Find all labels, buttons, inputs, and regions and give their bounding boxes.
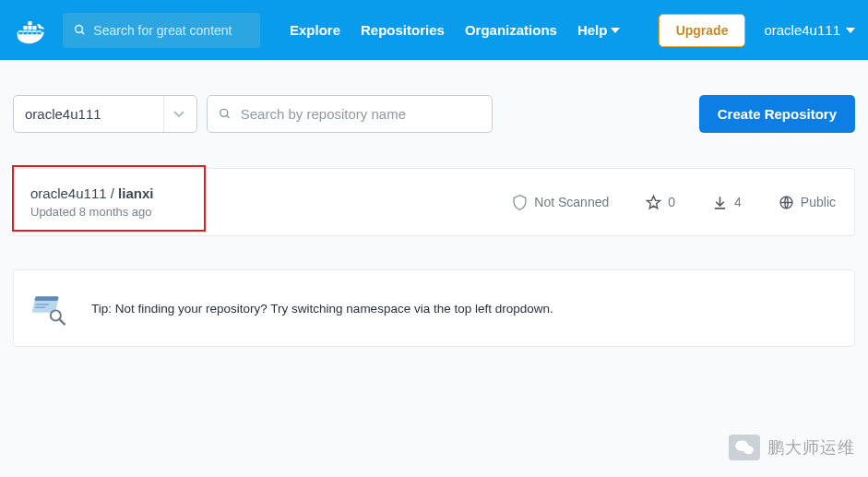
docker-logo[interactable] xyxy=(13,12,55,49)
nav-organizations[interactable]: Organizations xyxy=(465,22,557,38)
repo-owner: oracle4u111 xyxy=(30,185,107,201)
namespace-dropdown[interactable]: oracle4u111 xyxy=(13,95,197,133)
svg-rect-7 xyxy=(36,304,50,305)
globe-icon xyxy=(779,195,794,210)
global-search[interactable] xyxy=(63,13,260,48)
svg-point-2 xyxy=(220,109,228,116)
svg-point-0 xyxy=(76,26,83,33)
stat-downloads: 4 xyxy=(712,195,742,210)
repo-sep: / xyxy=(107,185,119,201)
tip-text: Tip: Not finding your repository? Try sw… xyxy=(91,302,553,316)
chevron-down-icon xyxy=(163,96,193,132)
repo-title: oracle4u111 / lianxi xyxy=(30,185,153,201)
stat-stars: 0 xyxy=(646,195,675,210)
repo-info: oracle4u111 / lianxi Updated 8 months ag… xyxy=(30,185,153,219)
upgrade-button[interactable]: Upgrade xyxy=(659,14,746,47)
repo-stats: Not Scanned 0 4 Public xyxy=(512,194,836,211)
page-content: oracle4u111 Create Repository oracle4u11… xyxy=(0,60,868,347)
stat-visibility: Public xyxy=(779,195,836,210)
repo-list-item[interactable]: oracle4u111 / lianxi Updated 8 months ag… xyxy=(13,168,855,236)
nav-explore[interactable]: Explore xyxy=(290,22,340,38)
shield-icon xyxy=(512,194,528,211)
controls-row: oracle4u111 Create Repository xyxy=(13,95,855,133)
user-menu[interactable]: oracle4u111 xyxy=(764,22,855,38)
search-icon xyxy=(74,23,86,37)
star-icon xyxy=(646,195,661,210)
tip-illustration-icon xyxy=(32,291,67,326)
download-icon xyxy=(712,195,728,210)
nav-help[interactable]: Help xyxy=(577,22,621,38)
global-search-input[interactable] xyxy=(93,23,249,38)
top-navbar: Explore Repositories Organizations Help … xyxy=(0,0,868,60)
svg-line-1 xyxy=(81,31,84,34)
svg-rect-6 xyxy=(34,296,58,301)
nav-links: Explore Repositories Organizations Help xyxy=(290,22,620,38)
repo-search-input[interactable] xyxy=(241,106,481,122)
repo-search[interactable] xyxy=(207,95,493,133)
user-menu-label: oracle4u111 xyxy=(764,22,840,38)
tip-card: Tip: Not finding your repository? Try sw… xyxy=(13,269,855,347)
nav-help-label: Help xyxy=(577,22,608,38)
create-repository-button[interactable]: Create Repository xyxy=(699,95,855,133)
svg-rect-8 xyxy=(35,306,45,308)
svg-line-3 xyxy=(227,115,230,118)
nav-repositories[interactable]: Repositories xyxy=(361,22,445,38)
search-icon xyxy=(219,107,232,121)
watermark: 鹏大师运维 xyxy=(729,435,855,460)
wechat-icon xyxy=(729,435,760,460)
caret-down-icon xyxy=(846,28,855,33)
svg-line-10 xyxy=(59,319,65,325)
svg-point-12 xyxy=(743,446,754,454)
caret-down-icon xyxy=(611,28,620,33)
namespace-value: oracle4u111 xyxy=(25,106,101,122)
repo-name: lianxi xyxy=(118,185,153,201)
watermark-text: 鹏大师运维 xyxy=(767,436,855,459)
repo-updated: Updated 8 months ago xyxy=(30,205,153,219)
stat-scanned: Not Scanned xyxy=(512,194,609,211)
